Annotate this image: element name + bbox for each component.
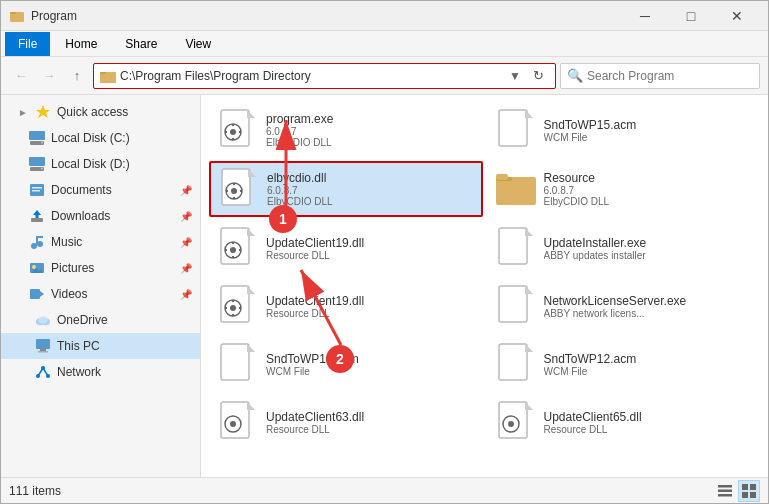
sidebar-item-documents[interactable]: Documents 📌 <box>1 177 200 203</box>
sidebar: ► Quick access Local Disk (C:) Local Dis… <box>1 95 201 477</box>
file-item-networklicense[interactable]: NetworkLicenseServer.exe ABBY network li… <box>487 279 761 333</box>
tab-file[interactable]: File <box>5 32 50 56</box>
tab-home[interactable]: Home <box>52 32 110 56</box>
updateclient19-1-icon <box>218 228 258 268</box>
svg-point-10 <box>41 168 43 170</box>
sidebar-item-music[interactable]: Music 📌 <box>1 229 200 255</box>
sndtowp15-info: SndToWP15.acm WCM File <box>544 118 637 143</box>
file-area: program.exe 6.0.8.7 ElbyCDIO DLL <box>201 95 768 477</box>
file-item-program-exe[interactable]: program.exe 6.0.8.7 ElbyCDIO DLL <box>209 103 483 157</box>
svg-marker-86 <box>247 344 255 352</box>
file-item-updateclient19-1[interactable]: UpdateClient19.dll Resource DLL <box>209 221 483 275</box>
svg-marker-50 <box>248 169 256 177</box>
sndtowp16-name: SndToWP16.acm <box>266 352 359 366</box>
svg-rect-12 <box>32 187 42 189</box>
file-item-updateclient19-2[interactable]: UpdateClient19.dll Resource DLL <box>209 279 483 333</box>
file-item-updateinstaller[interactable]: UpdateInstaller.exe ABBY updates install… <box>487 221 761 275</box>
file-item-updateclient63[interactable]: UpdateClient63.dll Resource DLL <box>209 395 483 449</box>
sidebar-item-downloads[interactable]: Downloads 📌 <box>1 203 200 229</box>
file-item-sndtowp16[interactable]: SndToWP16.acm WCM File <box>209 337 483 391</box>
svg-point-7 <box>41 142 43 144</box>
expand-icon: ► <box>17 106 29 118</box>
elbycdio-dll-detail1: 6.0.8.7 <box>267 185 333 196</box>
main-area: ► Quick access Local Disk (C:) Local Dis… <box>1 95 768 477</box>
svg-rect-59 <box>496 174 508 180</box>
svg-rect-106 <box>718 494 732 497</box>
updateinstaller-icon <box>496 228 536 268</box>
sidebar-documents-label: Documents <box>51 183 174 197</box>
back-button[interactable]: ← <box>9 64 33 88</box>
svg-marker-15 <box>33 210 41 218</box>
pictures-pin-icon: 📌 <box>180 263 192 274</box>
tab-view[interactable]: View <box>172 32 224 56</box>
address-bar-row: ← → ↑ C:\Program Files\Program Directory… <box>1 57 768 95</box>
file-item-resource[interactable]: Resource 6.0.8.7 ElbyCDIO DLL <box>487 161 761 217</box>
file-item-updateclient65[interactable]: UpdateClient65.dll Resource DLL <box>487 395 761 449</box>
downloads-icon <box>29 208 45 224</box>
file-item-sndtowp15[interactable]: SndToWP15.acm WCM File <box>487 103 761 157</box>
updateclient19-1-detail2: Resource DLL <box>266 250 364 261</box>
address-dropdown-btn[interactable]: ▼ <box>507 69 523 83</box>
svg-rect-13 <box>32 190 40 192</box>
resource-icon <box>496 169 536 209</box>
updateclient63-info: UpdateClient63.dll Resource DLL <box>266 410 364 435</box>
svg-line-34 <box>38 368 43 376</box>
sidebar-music-label: Music <box>51 235 174 249</box>
svg-marker-83 <box>525 286 533 294</box>
view-buttons <box>714 480 760 502</box>
music-icon <box>29 234 45 250</box>
svg-rect-57 <box>496 177 536 205</box>
minimize-button[interactable]: ─ <box>622 1 668 31</box>
forward-button[interactable]: → <box>37 64 61 88</box>
sidebar-item-quick-access[interactable]: ► Quick access <box>1 99 200 125</box>
ribbon-tabs: File Home Share View <box>1 31 768 57</box>
updateinstaller-detail2: ABBY updates installer <box>544 250 647 261</box>
videos-icon <box>29 286 45 302</box>
sidebar-item-pictures[interactable]: Pictures 📌 <box>1 255 200 281</box>
svg-rect-109 <box>742 492 748 498</box>
updateclient65-icon <box>496 402 536 442</box>
file-item-elbycdio-dll[interactable]: elbycdio.dll 6.0.8.7 ElbyCDIO DLL <box>209 161 483 217</box>
sndtowp12-name: SndToWP12.acm <box>544 352 637 366</box>
up-button[interactable]: ↑ <box>65 64 89 88</box>
music-pin-icon: 📌 <box>180 237 192 248</box>
updateclient63-name: UpdateClient63.dll <box>266 410 364 424</box>
refresh-button[interactable]: ↻ <box>527 65 549 87</box>
onedrive-icon <box>35 312 51 328</box>
sidebar-videos-label: Videos <box>51 287 174 301</box>
svg-rect-19 <box>36 236 43 238</box>
svg-point-21 <box>32 265 36 269</box>
quick-access-icon <box>35 104 51 120</box>
search-box[interactable]: 🔍 <box>560 63 760 89</box>
videos-pin-icon: 📌 <box>180 289 192 300</box>
svg-rect-69 <box>499 228 527 264</box>
file-item-sndtowp12[interactable]: SndToWP12.acm WCM File <box>487 337 761 391</box>
file-area-wrapper: program.exe 6.0.8.7 ElbyCDIO DLL <box>201 95 768 477</box>
address-box[interactable]: C:\Program Files\Program Directory ▼ ↻ <box>93 63 556 89</box>
elbycdio-dll-icon <box>219 169 259 209</box>
window-icon <box>9 8 25 24</box>
sidebar-item-onedrive[interactable]: OneDrive <box>1 307 200 333</box>
resource-detail1: 6.0.8.7 <box>544 185 610 196</box>
sidebar-item-local-disk-c[interactable]: Local Disk (C:) <box>1 125 200 151</box>
networklicense-info: NetworkLicenseServer.exe ABBY network li… <box>544 294 687 319</box>
sidebar-item-this-pc[interactable]: This PC <box>1 333 200 359</box>
sidebar-item-network[interactable]: Network <box>1 359 200 385</box>
svg-marker-74 <box>247 286 255 294</box>
search-input[interactable] <box>587 69 753 83</box>
sidebar-onedrive-label: OneDrive <box>57 313 192 327</box>
maximize-button[interactable]: □ <box>668 1 714 31</box>
address-folder-icon <box>100 68 116 84</box>
resource-detail2: ElbyCDIO DLL <box>544 196 610 207</box>
sidebar-downloads-label: Downloads <box>51 209 174 223</box>
tab-share[interactable]: Share <box>112 32 170 56</box>
networklicense-name: NetworkLicenseServer.exe <box>544 294 687 308</box>
updateclient19-1-name: UpdateClient19.dll <box>266 236 364 250</box>
close-button[interactable]: ✕ <box>714 1 760 31</box>
updateclient19-2-icon <box>218 286 258 326</box>
view-grid-button[interactable] <box>738 480 760 502</box>
view-list-button[interactable] <box>714 480 736 502</box>
sidebar-network-label: Network <box>57 365 192 379</box>
sidebar-item-local-disk-d[interactable]: Local Disk (D:) <box>1 151 200 177</box>
sidebar-item-videos[interactable]: Videos 📌 <box>1 281 200 307</box>
